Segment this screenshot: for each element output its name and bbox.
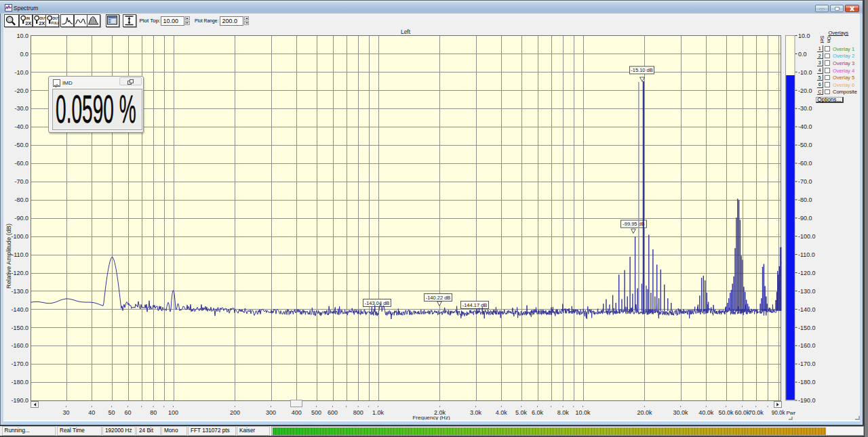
svg-text:-150.0: -150.0 — [11, 325, 28, 331]
svg-text:50: 50 — [108, 409, 115, 416]
svg-text:40.0k: 40.0k — [698, 409, 714, 416]
svg-text:-144.17 dB: -144.17 dB — [462, 302, 488, 308]
svg-text:-60.0: -60.0 — [798, 160, 812, 167]
svg-text:-50.0: -50.0 — [798, 142, 812, 148]
svg-text:6.0k: 6.0k — [532, 409, 544, 416]
svg-text:-20.0: -20.0 — [14, 87, 28, 94]
svg-text:-30.0: -30.0 — [798, 105, 812, 112]
svg-text:2X: 2X — [25, 20, 31, 26]
svg-text:-60.0: -60.0 — [14, 160, 28, 167]
svg-text:-130.0: -130.0 — [11, 288, 28, 295]
svg-text:-110.0: -110.0 — [798, 251, 815, 258]
svg-text:-120.0: -120.0 — [11, 270, 28, 276]
svg-text:-90.0: -90.0 — [14, 215, 28, 222]
svg-text:-140.22 dB: -140.22 dB — [426, 295, 451, 301]
svg-text:-180.0: -180.0 — [798, 379, 816, 386]
svg-text:500: 500 — [311, 409, 321, 416]
svg-text:300: 300 — [266, 409, 276, 416]
svg-text:400: 400 — [292, 409, 302, 416]
svg-text:OUT: OUT — [52, 16, 58, 20]
svg-text:8.0k: 8.0k — [557, 409, 570, 416]
svg-text:-100.0: -100.0 — [11, 233, 28, 240]
svg-text:-130.0: -130.0 — [798, 288, 816, 295]
svg-text:5.0k: 5.0k — [515, 409, 528, 416]
svg-text:-143.04 dB: -143.04 dB — [365, 300, 390, 306]
svg-text:-160.0: -160.0 — [11, 342, 28, 349]
svg-text:-40.0: -40.0 — [14, 123, 28, 130]
svg-text:60: 60 — [124, 409, 131, 416]
svg-text:-180.0: -180.0 — [11, 379, 28, 386]
svg-text:30: 30 — [63, 409, 70, 416]
svg-text:0.0: 0.0 — [20, 51, 28, 58]
svg-text:60.0k: 60.0k — [734, 409, 750, 416]
svg-text:-10.0: -10.0 — [798, 69, 812, 76]
svg-text:200: 200 — [230, 409, 240, 416]
svg-text:-50.0: -50.0 — [14, 142, 28, 148]
svg-text:-110.0: -110.0 — [12, 251, 28, 258]
svg-text:30.0k: 30.0k — [673, 409, 689, 416]
svg-text:OUT: OUT — [39, 16, 45, 20]
svg-text:-150.0: -150.0 — [798, 325, 816, 331]
svg-text:600: 600 — [328, 409, 338, 416]
svg-text:10.0k: 10.0k — [575, 409, 591, 416]
svg-text:800: 800 — [353, 409, 363, 416]
svg-text:-40.0: -40.0 — [798, 123, 812, 130]
svg-text:-10.0: -10.0 — [14, 69, 28, 76]
svg-text:-100.0: -100.0 — [798, 233, 816, 240]
svg-text:1.0k: 1.0k — [372, 409, 384, 416]
svg-text:70.0k: 70.0k — [749, 409, 764, 416]
svg-text:-20.0: -20.0 — [798, 87, 812, 94]
svg-text:90.0k: 90.0k — [772, 409, 785, 416]
svg-text:80: 80 — [150, 409, 157, 416]
svg-text:20.0k: 20.0k — [637, 409, 652, 416]
svg-text:-15.10 dB: -15.10 dB — [631, 67, 653, 73]
svg-text:-170.0: -170.0 — [11, 360, 28, 367]
svg-text:-140.0: -140.0 — [798, 306, 816, 313]
svg-text:-80.0: -80.0 — [14, 196, 28, 203]
svg-text:-80.0: -80.0 — [798, 196, 812, 203]
svg-text:100: 100 — [168, 409, 178, 416]
svg-text:-140.0: -140.0 — [11, 306, 28, 313]
svg-text:10.0: 10.0 — [16, 33, 28, 39]
svg-text:0.0: 0.0 — [798, 51, 807, 58]
svg-text:50.0k: 50.0k — [719, 409, 734, 416]
svg-text:-160.0: -160.0 — [798, 342, 816, 349]
svg-text:10.0: 10.0 — [798, 33, 810, 39]
svg-text:-190.0: -190.0 — [798, 397, 816, 404]
svg-text:-99.95 dB: -99.95 dB — [623, 221, 645, 227]
svg-text:-70.0: -70.0 — [14, 178, 28, 185]
svg-text:-70.0: -70.0 — [798, 178, 812, 185]
svg-text:FULL: FULL — [52, 22, 58, 25]
svg-text:3.0k: 3.0k — [470, 409, 482, 416]
svg-text:2X: 2X — [39, 20, 45, 26]
svg-text:40: 40 — [88, 409, 95, 416]
svg-text:Relative Amplitude (dB): Relative Amplitude (dB) — [5, 224, 12, 289]
svg-text:-30.0: -30.0 — [14, 105, 28, 112]
svg-text:-120.0: -120.0 — [798, 270, 816, 276]
svg-text:Left: Left — [401, 28, 411, 35]
svg-text:-170.0: -170.0 — [798, 360, 816, 367]
svg-text:-190.0: -190.0 — [11, 397, 28, 404]
svg-text:Set: Set — [819, 36, 825, 44]
svg-text:On: On — [826, 37, 832, 43]
svg-text:4.0k: 4.0k — [496, 409, 508, 416]
svg-text:Pwr: Pwr — [787, 410, 796, 416]
svg-text:-90.0: -90.0 — [798, 215, 812, 222]
